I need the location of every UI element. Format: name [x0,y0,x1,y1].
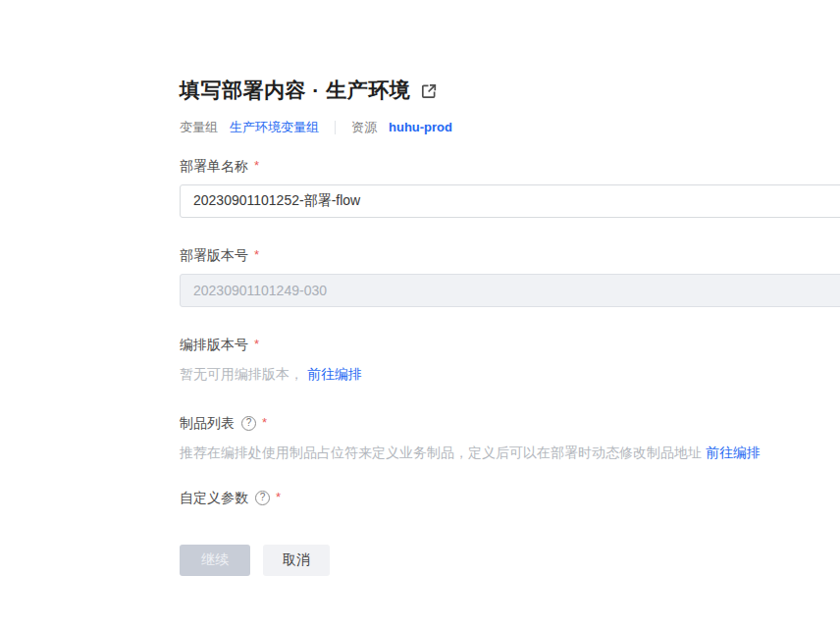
deploy-name-label-row: 部署单名称 * [180,156,840,176]
artifact-list-label-row: 制品列表 ? * [180,413,840,433]
artifact-list-hint-row: 推荐在编排处使用制品占位符来定义业务制品，定义后可以在部署时动态修改制品地址 前… [180,444,840,462]
var-group-label: 变量组 [180,119,218,136]
continue-button[interactable]: 继续 [180,545,250,576]
cancel-button[interactable]: 取消 [263,545,330,576]
required-asterisk: * [254,337,259,351]
required-asterisk: * [254,247,259,262]
deploy-name-label: 部署单名称 [180,156,248,176]
deploy-version-label-row: 部署版本号 * [180,245,840,265]
required-asterisk: * [276,490,281,504]
orchestration-version-label: 编排版本号 [180,335,248,354]
help-icon[interactable]: ? [255,491,270,505]
meta-row: 变量组 生产环境变量组 资源 huhu-prod [180,119,840,136]
help-icon[interactable]: ? [241,416,256,431]
field-orchestration-version: 编排版本号 * 暂无可用编排版本， 前往编排 [180,335,840,384]
field-deploy-name: 部署单名称 * [180,156,840,218]
field-custom-params: 自定义参数 ? * [180,488,840,507]
goto-orchestration-link[interactable]: 前往编排 [706,445,761,460]
field-artifact-list: 制品列表 ? * 推荐在编排处使用制品占位符来定义业务制品，定义后可以在部署时动… [180,413,840,462]
custom-params-label: 自定义参数 [180,488,248,507]
var-group-link[interactable]: 生产环境变量组 [230,119,319,136]
required-asterisk: * [254,158,259,173]
button-row: 继续 取消 [180,545,840,576]
custom-params-label-row: 自定义参数 ? * [180,488,840,507]
deploy-version-input [180,274,840,307]
resource-label: 资源 [351,119,377,136]
external-link-icon[interactable] [420,82,438,100]
resource-link[interactable]: huhu-prod [389,119,452,136]
orchestration-version-label-row: 编排版本号 * [180,335,840,354]
deploy-version-label: 部署版本号 [180,245,248,265]
meta-divider [335,121,336,134]
deploy-name-input[interactable] [180,184,840,218]
required-asterisk: * [262,415,267,430]
orchestration-version-hint-row: 暂无可用编排版本， 前往编排 [180,365,840,384]
artifact-list-label: 制品列表 [180,413,235,433]
deploy-form-page: 填写部署内容 · 生产环境 变量组 生产环境变量组 资源 huhu-prod 部… [0,0,840,576]
artifact-hint-text: 推荐在编排处使用制品占位符来定义业务制品，定义后可以在部署时动态修改制品地址 [180,445,702,460]
goto-orchestration-link[interactable]: 前往编排 [307,366,362,382]
no-version-text: 暂无可用编排版本， [180,366,303,382]
field-deploy-version: 部署版本号 * [180,245,840,307]
page-title: 填写部署内容 · 生产环境 [180,77,410,104]
title-row: 填写部署内容 · 生产环境 [180,77,840,104]
